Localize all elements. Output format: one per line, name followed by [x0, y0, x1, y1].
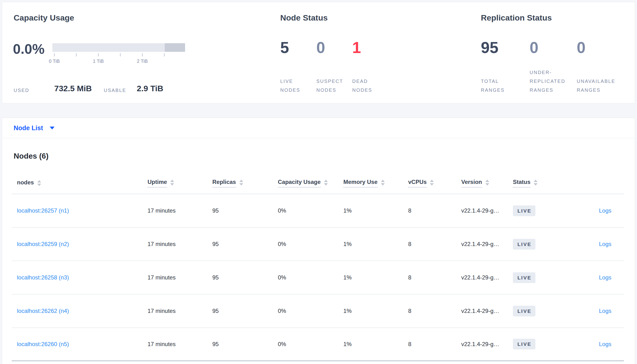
table-row: localhost:26259 (n2) 17 minutes 95 0% 1%…: [12, 228, 624, 261]
nodes-table-header: nodes Uptime Replicas Capacity Usage Mem…: [12, 160, 624, 194]
table-row: localhost:26260 (n5) 17 minutes 95 0% 1%…: [12, 328, 624, 361]
replication-status-title: Replication Status: [481, 13, 552, 22]
version-cell: v22.1.4-29-g…: [461, 194, 499, 227]
under-replicated-ranges-count: 0: [530, 38, 538, 56]
table-row: localhost:26258 (n3) 17 minutes 95 0% 1%…: [12, 261, 624, 294]
capacity-usage-title: Capacity Usage: [14, 13, 74, 22]
cluster-summary-panel: Capacity Usage 0.0% 0 TiB 1 TiB 2 TiB US…: [2, 2, 635, 104]
sort-icon: [170, 180, 174, 186]
replicas-cell: 95: [212, 294, 219, 328]
memory-use-cell: 1%: [343, 228, 352, 260]
memory-use-cell: 1%: [343, 294, 352, 328]
memory-use-cell: 1%: [343, 194, 352, 227]
capacity-usage-cell: 0%: [278, 194, 286, 227]
column-header-uptime[interactable]: Uptime: [148, 179, 174, 188]
node-link[interactable]: localhost:26262 (n4): [17, 308, 69, 314]
vcpus-cell: 8: [408, 228, 411, 260]
logs-link[interactable]: Logs: [599, 241, 611, 248]
node-link[interactable]: localhost:26258 (n3): [17, 274, 69, 281]
axis-tick-label: 1 TiB: [86, 58, 110, 64]
logs-link[interactable]: Logs: [599, 207, 611, 214]
capacity-used-percent: 0.0%: [13, 41, 45, 57]
axis-tick-mark: [120, 53, 121, 56]
memory-use-cell: 1%: [343, 328, 352, 360]
version-cell: v22.1.4-29-g…: [461, 228, 499, 260]
axis-tick-label: 2 TiB: [130, 58, 154, 64]
uptime-cell: 17 minutes: [148, 228, 175, 260]
node-link[interactable]: localhost:26260 (n5): [17, 341, 69, 348]
capacity-usage-cell: 0%: [278, 328, 286, 360]
axis-tick-mark: [76, 53, 77, 56]
logs-link[interactable]: Logs: [599, 341, 611, 348]
total-ranges-count: 95: [481, 38, 498, 56]
capacity-usage-cell: 0%: [278, 294, 286, 328]
usable-label: USABLE: [104, 88, 126, 93]
version-cell: v22.1.4-29-g…: [461, 328, 499, 360]
capacity-usage-cell: 0%: [278, 261, 286, 294]
suspect-nodes-count: 0: [316, 38, 325, 56]
suspect-nodes-label: SUSPECT NODES: [316, 77, 343, 94]
dead-nodes-count: 1: [352, 38, 361, 56]
axis-tick-label: 0 TiB: [42, 58, 66, 64]
logs-link[interactable]: Logs: [599, 308, 611, 314]
vcpus-cell: 8: [408, 328, 411, 360]
table-row: localhost:26262 (n4) 17 minutes 95 0% 1%…: [12, 294, 624, 328]
sort-icon: [324, 180, 328, 186]
dead-nodes-label: DEAD NODES: [352, 77, 372, 94]
vcpus-cell: 8: [408, 294, 411, 328]
live-nodes-count: 5: [280, 38, 289, 56]
sort-icon: [430, 180, 434, 186]
version-cell: v22.1.4-29-g…: [461, 294, 499, 328]
node-status-title: Node Status: [280, 13, 328, 22]
sort-icon: [37, 180, 41, 186]
used-value: 732.5 MiB: [54, 84, 92, 93]
column-header-vcpus[interactable]: vCPUs: [408, 179, 434, 188]
replicas-cell: 95: [212, 328, 219, 360]
column-header-version[interactable]: Version: [461, 179, 489, 188]
total-ranges-label: TOTAL RANGES: [481, 77, 505, 94]
capacity-usage-bar-segment: [165, 43, 185, 52]
axis-tick-mark: [54, 53, 55, 56]
uptime-cell: 17 minutes: [148, 194, 175, 227]
node-link[interactable]: localhost:26257 (n1): [17, 207, 69, 214]
status-badge: LIVE: [513, 206, 535, 216]
table-row: localhost:26257 (n1) 17 minutes 95 0% 1%…: [12, 194, 624, 228]
logs-link[interactable]: Logs: [599, 274, 611, 281]
replicas-cell: 95: [212, 194, 219, 227]
nodes-table: nodes Uptime Replicas Capacity Usage Mem…: [12, 160, 624, 361]
live-nodes-label: LIVE NODES: [280, 77, 300, 94]
column-header-memory-use[interactable]: Memory Use: [343, 179, 385, 188]
axis-tick-mark: [98, 53, 99, 56]
capacity-usage-cell: 0%: [278, 228, 286, 260]
capacity-usage-bar: [52, 43, 185, 52]
chevron-down-icon[interactable]: [50, 126, 55, 130]
status-badge: LIVE: [513, 272, 535, 283]
replicas-cell: 95: [212, 261, 219, 294]
axis-tick-mark: [142, 53, 143, 56]
view-selector-row: Node List: [2, 118, 635, 138]
sort-icon: [534, 180, 537, 186]
node-link[interactable]: localhost:26259 (n2): [17, 241, 69, 248]
uptime-cell: 17 minutes: [148, 328, 175, 360]
used-label: USED: [14, 88, 30, 93]
sort-icon: [381, 180, 385, 186]
status-badge: LIVE: [513, 339, 535, 350]
under-replicated-ranges-label: UNDER- REPLICATED RANGES: [530, 68, 565, 94]
uptime-cell: 17 minutes: [148, 261, 175, 294]
sort-icon: [485, 180, 489, 186]
column-header-replicas[interactable]: Replicas: [212, 179, 243, 188]
usable-value: 2.9 TiB: [137, 84, 163, 93]
unavailable-ranges-count: 0: [577, 38, 586, 56]
sort-icon: [239, 180, 243, 186]
memory-use-cell: 1%: [343, 261, 352, 294]
unavailable-ranges-label: UNAVAILABLE RANGES: [577, 77, 615, 94]
column-header-status[interactable]: Status: [513, 179, 537, 188]
column-header-nodes[interactable]: nodes: [17, 179, 41, 188]
nodes-table-body: localhost:26257 (n1) 17 minutes 95 0% 1%…: [12, 194, 624, 361]
column-header-capacity-usage[interactable]: Capacity Usage: [278, 179, 328, 188]
axis-tick-mark: [164, 53, 165, 56]
vcpus-cell: 8: [408, 261, 411, 294]
version-cell: v22.1.4-29-g…: [461, 261, 499, 294]
node-list-dropdown[interactable]: Node List: [14, 124, 43, 132]
vcpus-cell: 8: [408, 194, 411, 227]
